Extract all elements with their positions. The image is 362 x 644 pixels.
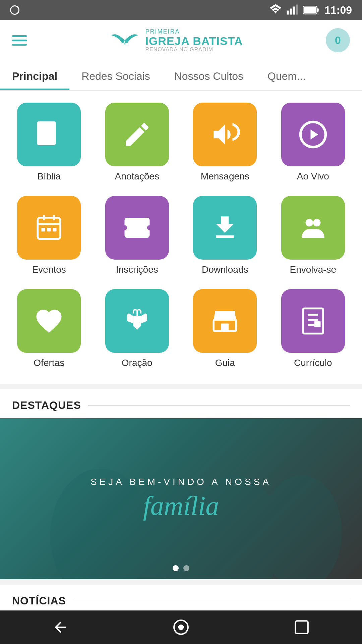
home-circle-icon <box>173 619 189 636</box>
battery-icon <box>303 4 320 16</box>
anotacoes-label: Anotações <box>115 171 159 182</box>
grid-item-guia[interactable]: Guia <box>183 284 267 374</box>
envolva-se-icon-bg <box>281 196 345 260</box>
status-time: 11:09 <box>324 4 352 16</box>
banner-dot-2[interactable] <box>183 565 189 571</box>
bible-icon <box>34 119 64 150</box>
grid-item-inscricoes[interactable]: Inscrições <box>95 191 180 280</box>
svg-rect-6 <box>317 8 319 12</box>
noticias-header: NOTÍCIAS <box>0 585 362 614</box>
svg-rect-11 <box>42 228 45 231</box>
ofertas-icon-bg <box>17 289 81 353</box>
logo-primeira: PRIMEIRA <box>145 28 243 35</box>
status-right: 11:09 <box>269 4 352 16</box>
grid-item-envolva-se[interactable]: Envolva-se <box>271 191 356 280</box>
logo-renovada: RENOVADA NO GRADIM <box>145 47 243 53</box>
curriculo-icon-bg <box>281 289 345 353</box>
logo-bird-icon <box>110 29 140 52</box>
envolva-se-label: Envolva-se <box>290 264 336 275</box>
document-icon <box>298 306 328 336</box>
guia-icon-bg <box>193 289 257 353</box>
menu-button[interactable] <box>12 35 27 46</box>
signal-icon <box>286 4 298 16</box>
banner-text-large: família <box>90 491 272 521</box>
anotacoes-icon-bg <box>105 103 169 166</box>
home-button[interactable] <box>168 614 194 641</box>
svg-rect-17 <box>221 324 229 331</box>
play-icon <box>298 119 328 150</box>
oracao-label: Oração <box>122 358 153 368</box>
eventos-icon-bg <box>17 196 81 260</box>
inscricoes-label: Inscrições <box>116 264 158 275</box>
notification-count: 0 <box>335 34 341 47</box>
feature-grid: Bíblia Anotações Mensagens <box>7 97 355 374</box>
tab-quem[interactable]: Quem... <box>255 70 318 90</box>
noticias-title: NOTÍCIAS <box>12 595 66 607</box>
destaques-header: DESTAQUES <box>0 389 362 418</box>
grid-item-ofertas[interactable]: Ofertas <box>7 284 92 374</box>
svg-rect-32 <box>295 621 308 634</box>
ticket-icon <box>122 213 152 243</box>
biblia-label: Bíblia <box>37 171 61 182</box>
grid-item-ao-vivo[interactable]: Ao Vivo <box>271 97 356 187</box>
grid-item-oracao[interactable]: Oração <box>95 284 180 374</box>
banner-content: SEJA BEM-VINDO A NOSSA família <box>90 477 272 521</box>
guia-label: Guia <box>215 358 235 368</box>
svg-rect-3 <box>296 5 298 15</box>
grid-item-curriculo[interactable]: Currículo <box>271 284 356 374</box>
banner-dots <box>173 565 189 571</box>
noticias-line <box>73 601 350 601</box>
status-left <box>10 5 19 15</box>
svg-rect-13 <box>53 228 57 231</box>
grid-item-mensagens[interactable]: Mensagens <box>183 97 267 187</box>
grid-item-anotacoes[interactable]: Anotações <box>95 97 180 187</box>
svg-point-14 <box>305 219 313 227</box>
mensagens-icon-bg <box>193 103 257 166</box>
svg-rect-12 <box>47 228 51 231</box>
main-grid-section: Bíblia Anotações Mensagens <box>0 91 362 384</box>
svg-rect-2 <box>293 7 295 15</box>
people-icon <box>298 213 328 243</box>
calendar-icon <box>34 213 64 243</box>
svg-rect-19 <box>314 321 321 327</box>
grid-item-downloads[interactable]: Downloads <box>183 191 267 280</box>
hands-icon <box>122 306 152 336</box>
tab-bar: Principal Redes Sociais Nossos Cultos Qu… <box>0 60 362 91</box>
store-icon <box>210 306 240 336</box>
banner-text-small: SEJA BEM-VINDO A NOSSA <box>90 477 272 487</box>
ofertas-label: Ofertas <box>34 358 64 368</box>
bottom-navigation <box>0 610 362 644</box>
back-button[interactable] <box>47 614 74 641</box>
download-icon <box>210 213 240 243</box>
back-icon <box>52 619 69 636</box>
destaques-line <box>88 405 350 406</box>
status-circle-icon <box>10 5 19 15</box>
svg-rect-5 <box>304 7 316 13</box>
destaques-banner[interactable]: SEJA BEM-VINDO A NOSSA família <box>0 418 362 579</box>
logo-area: PRIMEIRA IGREJA BATISTA RENOVADA NO GRAD… <box>110 28 243 53</box>
square-button[interactable] <box>288 614 315 641</box>
svg-point-15 <box>313 219 321 227</box>
grid-item-biblia[interactable]: Bíblia <box>7 97 92 187</box>
svg-rect-0 <box>287 11 289 15</box>
banner-dot-1[interactable] <box>173 565 179 571</box>
tab-redes-sociais[interactable]: Redes Sociais <box>69 70 162 90</box>
ao-vivo-label: Ao Vivo <box>297 171 329 182</box>
tab-principal[interactable]: Principal <box>0 70 69 90</box>
destaques-title: DESTAQUES <box>12 399 81 412</box>
tab-nossos-cultos[interactable]: Nossos Cultos <box>162 70 255 90</box>
notification-badge[interactable]: 0 <box>326 28 350 52</box>
grid-item-eventos[interactable]: Eventos <box>7 191 92 280</box>
svg-rect-1 <box>290 9 292 15</box>
biblia-icon-bg <box>17 103 81 166</box>
square-icon <box>293 619 310 636</box>
svg-point-23 <box>261 475 342 579</box>
logo-text: PRIMEIRA IGREJA BATISTA RENOVADA NO GRAD… <box>145 28 243 53</box>
app-header: PRIMEIRA IGREJA BATISTA RENOVADA NO GRAD… <box>0 20 362 60</box>
ao-vivo-icon-bg <box>281 103 345 166</box>
inscricoes-icon-bg <box>105 196 169 260</box>
logo-igreja: IGREJA BATISTA <box>145 35 243 47</box>
svg-point-31 <box>178 625 184 630</box>
status-bar: 11:09 <box>0 0 362 20</box>
downloads-label: Downloads <box>202 264 248 275</box>
